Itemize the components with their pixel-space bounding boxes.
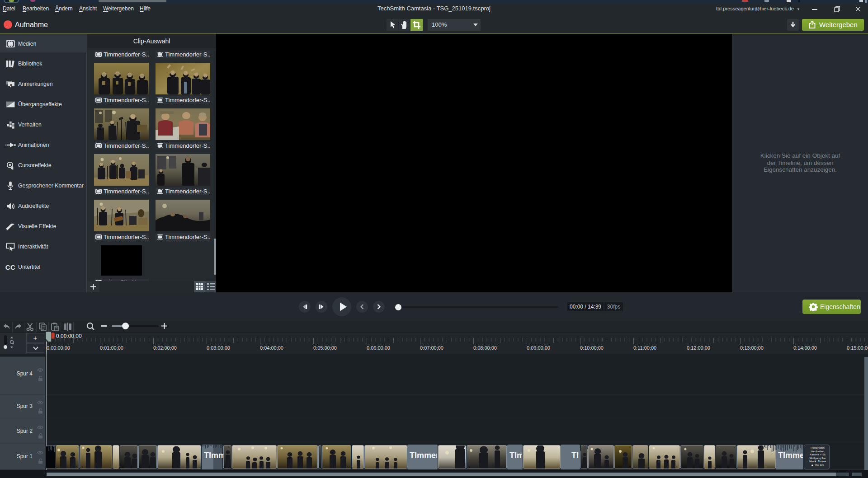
svg-text:a: a [10,82,12,86]
